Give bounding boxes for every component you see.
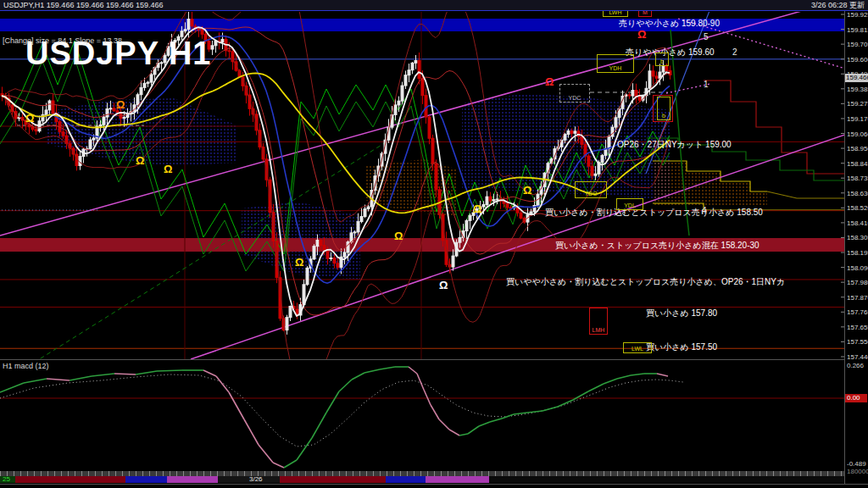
price-axis-label: 158.195 <box>847 249 868 257</box>
macd-line-segment <box>273 463 284 468</box>
price-axis-label: 157.550 <box>847 338 868 346</box>
price-axis-label: 159.600 <box>847 56 868 64</box>
macd-line-segment <box>203 370 216 376</box>
macd-line-segment <box>312 413 326 438</box>
macd-line-segment <box>409 367 417 374</box>
macd-line-segment <box>244 419 259 445</box>
price-axis-label: 157.440 <box>847 353 868 361</box>
macd-line-segment <box>157 370 182 371</box>
macd-line-segment <box>558 400 573 407</box>
macd-line-segment <box>326 391 339 413</box>
chart-canvas[interactable]: 159.925159.815159.705159.600159.490159.3… <box>0 0 868 488</box>
price-axis-label: 158.090 <box>847 264 868 272</box>
price-axis-label: 159.705 <box>847 41 868 48</box>
macd-line-segment <box>459 434 468 435</box>
macd-line-segment <box>380 367 395 369</box>
macd-line-segment <box>604 379 617 384</box>
macd-line-segment <box>297 438 312 460</box>
title-bar: USDJPY,H1 159.466 159.466 159.466 159.46… <box>0 0 868 11</box>
price-axis-label: 158.735 <box>847 175 868 182</box>
price-axis-label: 158.630 <box>847 190 868 197</box>
macd-line-segment <box>339 380 352 391</box>
trading-chart-window: USDJPY,H1 159.466 159.466 159.466 159.46… <box>0 0 868 488</box>
price-axis-label: 159.060 <box>847 130 868 138</box>
macd-line-segment <box>449 430 459 435</box>
macd-line-segment <box>527 411 542 413</box>
last-update-time: 3/26 06:28 更新 <box>811 0 865 10</box>
macd-line-segment <box>431 405 439 419</box>
macd-line-segment <box>70 376 92 380</box>
price-axis-label: 158.305 <box>847 234 868 241</box>
macd-line-segment <box>284 460 297 468</box>
macd-line-segment <box>479 422 490 426</box>
macd-line-segment <box>47 379 70 380</box>
macd-line-segment <box>588 384 604 391</box>
price-axis-label: 158.845 <box>847 160 868 168</box>
macd-line-segment <box>617 375 631 379</box>
step-line <box>704 80 858 174</box>
price-panel[interactable] <box>0 0 860 398</box>
macd-line-segment <box>24 379 47 383</box>
macd-line-segment <box>502 414 514 419</box>
macd-line-segment <box>424 390 431 405</box>
price-axis-label: 159.385 <box>847 86 868 93</box>
order-band <box>0 19 844 31</box>
step-line <box>767 191 858 198</box>
price-axis-label: 159.490 <box>847 70 868 78</box>
macd-line-segment <box>136 371 157 374</box>
macd-line-segment <box>216 376 229 392</box>
macd-panel[interactable] <box>0 367 844 468</box>
macd-line-segment <box>352 373 364 380</box>
price-axis-label: 157.765 <box>847 308 868 316</box>
price-axis-label: 159.925 <box>847 11 868 19</box>
macd-line-segment <box>631 374 644 375</box>
price-axis-label: 157.655 <box>847 324 868 331</box>
macd-line-segment <box>364 369 380 373</box>
macd-line-segment <box>439 419 449 430</box>
macd-line-segment <box>657 374 668 376</box>
price-axis-label: 159.815 <box>847 26 868 34</box>
price-axis-label: 157.870 <box>847 294 868 302</box>
trend-line-dotted[interactable] <box>666 84 710 93</box>
macd-line-segment <box>229 392 244 419</box>
macd-line-segment <box>542 407 558 411</box>
price-axis-label: 158.410 <box>847 219 868 227</box>
macd-signal-line <box>0 374 683 446</box>
price-axis-label: 157.980 <box>847 279 868 286</box>
price-axis-label: 158.950 <box>847 145 868 152</box>
symbol-ohlc-title: USDJPY,H1 159.466 159.466 159.466 159.46… <box>3 0 164 10</box>
price-axis: 159.925159.815159.705159.600159.490159.3… <box>841 11 868 361</box>
price-axis-label: 159.275 <box>847 100 868 108</box>
macd-line-segment <box>490 419 502 422</box>
macd-line-segment <box>417 374 424 390</box>
price-axis-label: 158.520 <box>847 204 868 212</box>
macd-line-segment <box>0 383 24 392</box>
macd-line-segment <box>468 426 479 434</box>
price-axis-label: 159.170 <box>847 115 868 123</box>
macd-line-segment <box>92 374 114 376</box>
macd-line-segment <box>259 445 273 463</box>
macd-line-segment <box>114 374 136 374</box>
